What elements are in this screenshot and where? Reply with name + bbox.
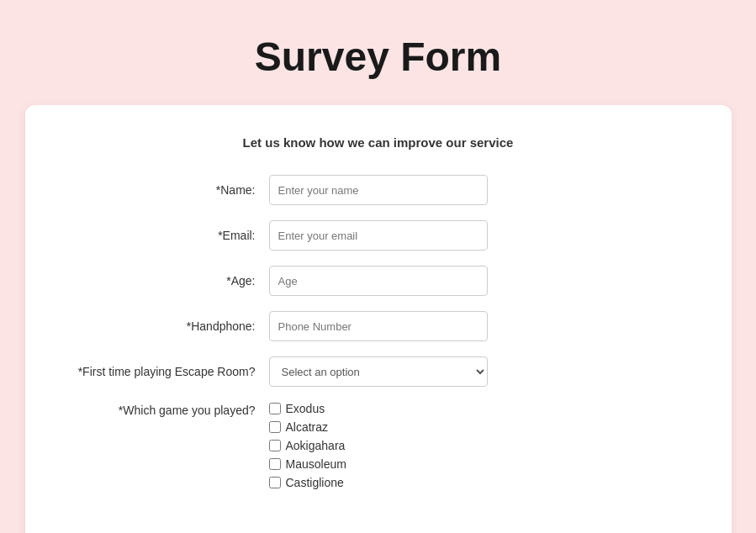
checkbox-item-alcatraz[interactable]: Alcatraz <box>269 420 346 434</box>
checkbox-castiglione[interactable] <box>269 477 281 488</box>
checkbox-item-mausoleum[interactable]: Mausoleum <box>269 457 346 471</box>
survey-form: *Name: *Email: *Age: *Handphone: *First … <box>76 175 681 489</box>
page-title: Survey Form <box>17 34 739 80</box>
age-row: *Age: <box>76 266 681 296</box>
handphone-row: *Handphone: <box>76 311 681 341</box>
first-time-row: *First time playing Escape Room? Select … <box>76 356 681 387</box>
games-checkbox-group: Exodus Alcatraz Aokigahara Mausoleum Cas… <box>269 402 346 489</box>
checkbox-item-exodus[interactable]: Exodus <box>269 402 346 415</box>
email-row: *Email: <box>76 220 681 251</box>
form-card: Let us know how we can improve our servi… <box>25 105 732 533</box>
checkbox-aokigahara[interactable] <box>269 440 281 451</box>
games-row: *Which game you played? Exodus Alcatraz … <box>76 402 681 489</box>
first-time-select[interactable]: Select an option Yes No <box>269 356 488 387</box>
checkbox-exodus[interactable] <box>269 403 281 414</box>
age-label: *Age: <box>76 274 269 288</box>
handphone-input[interactable] <box>269 311 488 341</box>
name-input[interactable] <box>269 175 488 205</box>
games-label: *Which game you played? <box>76 402 269 417</box>
form-subtitle: Let us know how we can improve our servi… <box>76 135 681 150</box>
checkbox-alcatraz-label: Alcatraz <box>286 420 329 434</box>
name-label: *Name: <box>76 183 269 197</box>
checkbox-alcatraz[interactable] <box>269 421 281 433</box>
age-input[interactable] <box>269 266 488 296</box>
name-row: *Name: <box>76 175 681 205</box>
header: Survey Form <box>0 0 756 105</box>
checkbox-item-aokigahara[interactable]: Aokigahara <box>269 439 346 452</box>
checkbox-mausoleum[interactable] <box>269 458 281 470</box>
email-input[interactable] <box>269 220 488 251</box>
checkbox-aokigahara-label: Aokigahara <box>286 439 346 452</box>
handphone-label: *Handphone: <box>76 319 269 333</box>
checkbox-mausoleum-label: Mausoleum <box>286 457 346 471</box>
first-time-label: *First time playing Escape Room? <box>76 365 269 378</box>
checkbox-exodus-label: Exodus <box>286 402 325 415</box>
checkbox-castiglione-label: Castiglione <box>286 476 344 489</box>
checkbox-item-castiglione[interactable]: Castiglione <box>269 476 346 489</box>
email-label: *Email: <box>76 229 269 242</box>
